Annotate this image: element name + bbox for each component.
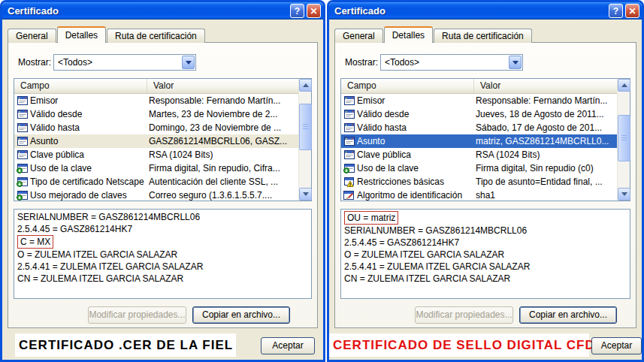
list-header: Campo Valor bbox=[341, 79, 630, 94]
field-name: Emisor bbox=[357, 95, 474, 106]
scroll-up-button[interactable] bbox=[618, 79, 630, 92]
certificate-field-icon bbox=[14, 96, 30, 105]
details-tab-panel: Mostrar: <Todos> Campo Valor Emisor Re bbox=[334, 42, 636, 328]
row-restricciones-basicas[interactable]: Restricciones básicas Tipo de asunto=Ent… bbox=[341, 175, 617, 189]
column-header-valor[interactable]: Valor bbox=[147, 79, 298, 93]
certificate-field-icon bbox=[341, 110, 357, 119]
certificate-field-icon bbox=[341, 96, 357, 105]
row-tipo-certificado-netscape[interactable]: Tipo de certificado Netscape Autenticaci… bbox=[14, 175, 298, 189]
help-button[interactable]: ? bbox=[290, 4, 304, 18]
list-rows: Emisor Responsable: Fernando Martín... V… bbox=[341, 94, 617, 201]
field-value: Responsable: Fernando Martín... bbox=[474, 95, 617, 106]
tab-strip: General Detalles Ruta de certificación bbox=[8, 26, 206, 43]
row-asunto[interactable]: Asunto matriz, GASZ861214MBCRLL0... bbox=[341, 134, 617, 148]
field-name: Válido hasta bbox=[30, 122, 147, 133]
vertical-scrollbar[interactable] bbox=[298, 79, 311, 201]
scroll-down-button[interactable] bbox=[299, 188, 312, 201]
list-header: Campo Valor bbox=[14, 79, 311, 94]
show-label: Mostrar: bbox=[18, 57, 51, 68]
tab-general[interactable]: General bbox=[334, 29, 383, 43]
combo-dropdown-button[interactable] bbox=[509, 56, 522, 69]
tab-detalles[interactable]: Detalles bbox=[57, 26, 106, 43]
close-icon[interactable]: ✕ bbox=[307, 4, 321, 18]
row-clave-publica[interactable]: Clave pública RSA (1024 Bits) bbox=[341, 148, 617, 161]
details-line: CN = ZULEMA ITZEL GARCIA SALAZAR bbox=[17, 273, 308, 285]
field-value: Autenticación del cliente SSL, ... bbox=[147, 176, 298, 187]
row-valido-hasta[interactable]: Válido hasta Domingo, 23 de Noviembre de… bbox=[14, 121, 298, 134]
show-filter-select[interactable]: <Todos> bbox=[380, 54, 523, 71]
copy-to-file-button[interactable]: Copiar en archivo... bbox=[192, 306, 290, 324]
row-uso-mejorado-claves[interactable]: Uso mejorado de claves Correo seguro (1.… bbox=[14, 189, 298, 201]
show-filter-value: <Todos> bbox=[58, 57, 92, 68]
accept-button[interactable]: Aceptar bbox=[261, 337, 315, 354]
row-valido-hasta[interactable]: Válido hasta Sábado, 17 de Agosto de 201… bbox=[341, 121, 617, 134]
field-name: Tipo de certificado Netscape bbox=[30, 176, 147, 187]
row-clave-publica[interactable]: Clave pública RSA (1024 Bits) bbox=[14, 148, 298, 161]
details-line: 2.5.4.45 = GASZ861214HK7 bbox=[17, 223, 308, 235]
field-name: Clave pública bbox=[357, 149, 474, 160]
row-valido-desde[interactable]: Válido desde Jueves, 18 de Agosto de 201… bbox=[341, 107, 617, 121]
field-name: Emisor bbox=[30, 95, 147, 106]
chevron-up-icon bbox=[621, 83, 627, 87]
scrollbar-thumb[interactable] bbox=[299, 104, 312, 150]
row-uso-de-la-clave[interactable]: Uso de la clave Firma digital, Sin repud… bbox=[14, 161, 298, 175]
annotation-caption: CERTIFICADO .CER DE LA FIEL bbox=[15, 333, 236, 357]
scroll-up-button[interactable] bbox=[299, 79, 312, 92]
details-line: 2.5.4.45 = GASZ861214HK7 bbox=[344, 237, 627, 249]
column-header-campo[interactable]: Campo bbox=[341, 79, 474, 93]
field-value: sha1 bbox=[474, 190, 617, 201]
field-value: matriz, GASZ861214MBCRLL0... bbox=[474, 136, 617, 146]
column-header-campo[interactable]: Campo bbox=[14, 79, 147, 93]
window-title: Certificado bbox=[334, 5, 606, 17]
details-tab-panel: Mostrar: <Todos> Campo Valor Emisor Re bbox=[8, 42, 318, 328]
certificate-field-icon bbox=[14, 110, 30, 119]
row-uso-de-la-clave[interactable]: Uso de la clave Firma digital, Sin repud… bbox=[341, 161, 617, 175]
scroll-down-button[interactable] bbox=[618, 188, 630, 201]
row-emisor[interactable]: Emisor Responsable: Fernando Martín... bbox=[341, 94, 617, 107]
field-value: RSA (1024 Bits) bbox=[474, 149, 617, 160]
titlebar[interactable]: Certificado ? ✕ bbox=[329, 2, 642, 20]
field-value: Correo seguro (1.3.6.1.5.5.7.... bbox=[147, 190, 298, 201]
field-value: Martes, 23 de Noviembre de 2... bbox=[147, 109, 298, 119]
window-title: Certificado bbox=[8, 5, 288, 17]
copy-to-file-button[interactable]: Copiar en archivo... bbox=[519, 306, 617, 324]
scrollbar-thumb[interactable] bbox=[618, 115, 630, 161]
tab-ruta-certificacion[interactable]: Ruta de certificación bbox=[107, 29, 205, 43]
certificate-field-icon bbox=[341, 123, 357, 132]
signature-algorithm-icon bbox=[341, 191, 357, 201]
accept-button[interactable]: Aceptar bbox=[591, 337, 642, 354]
tab-detalles[interactable]: Detalles bbox=[384, 26, 433, 43]
row-algoritmo-identificacion[interactable]: Algoritmo de identificación sha1 bbox=[341, 189, 617, 201]
field-name: Asunto bbox=[357, 136, 474, 146]
field-name: Válido hasta bbox=[357, 122, 474, 133]
extension-icon bbox=[14, 164, 30, 173]
column-header-valor[interactable]: Valor bbox=[474, 79, 617, 93]
field-name: Válido desde bbox=[357, 109, 474, 119]
certificate-details-text[interactable]: OU = matriz SERIALNUMBER = GASZ861214MBC… bbox=[340, 209, 630, 299]
combo-dropdown-button[interactable] bbox=[182, 56, 195, 69]
show-filter-value: <Todos> bbox=[385, 57, 419, 68]
extension-icon bbox=[14, 191, 30, 201]
show-label: Mostrar: bbox=[345, 57, 378, 68]
field-value: RSA (1024 Bits) bbox=[147, 149, 298, 160]
annotation-red-box: C = MX bbox=[17, 235, 53, 249]
titlebar[interactable]: Certificado ? ✕ bbox=[2, 2, 323, 20]
field-name: Válido desde bbox=[30, 109, 147, 119]
certificate-details-text[interactable]: SERIALNUMBER = GASZ861214MBCRLL06 2.5.4.… bbox=[14, 209, 312, 299]
certificate-field-icon bbox=[341, 137, 357, 146]
certificate-field-icon bbox=[341, 150, 357, 159]
chevron-down-icon bbox=[621, 192, 627, 196]
details-line: C = MX bbox=[17, 235, 308, 249]
close-icon[interactable]: ✕ bbox=[625, 4, 639, 18]
help-button[interactable]: ? bbox=[609, 4, 623, 18]
field-value: Jueves, 18 de Agosto de 2011... bbox=[474, 109, 617, 119]
certificate-fields-list: Campo Valor Emisor Responsable: Fernando… bbox=[14, 78, 312, 201]
tab-general[interactable]: General bbox=[8, 29, 56, 43]
row-valido-desde[interactable]: Válido desde Martes, 23 de Noviembre de … bbox=[14, 107, 298, 121]
row-emisor[interactable]: Emisor Responsable: Fernando Martín... bbox=[14, 94, 298, 107]
show-filter-select[interactable]: <Todos> bbox=[53, 54, 196, 71]
row-asunto[interactable]: Asunto GASZ861214MBCRLL06, GASZ... bbox=[14, 134, 298, 148]
vertical-scrollbar[interactable] bbox=[617, 79, 630, 201]
field-value: Firma digital, Sin repudio, Cifra... bbox=[147, 163, 298, 173]
tab-ruta-certificacion[interactable]: Ruta de certificación bbox=[434, 29, 532, 43]
